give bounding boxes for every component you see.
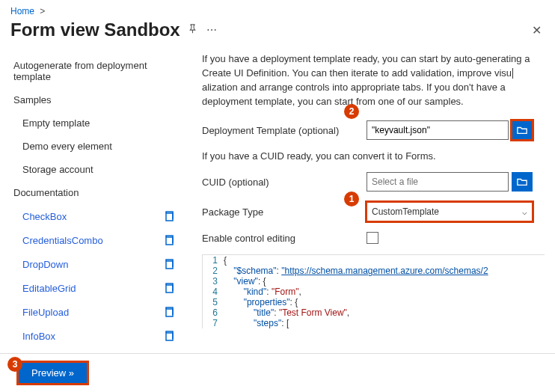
enable-editing-checkbox[interactable]: [367, 232, 378, 244]
svg-rect-1: [166, 237, 173, 245]
enable-editing-label: Enable control editing: [202, 233, 367, 244]
sidebar-doc-checkbox[interactable]: CheckBox: [10, 204, 188, 228]
intro-text: If you have a deployment template ready,…: [202, 52, 545, 108]
deploy-template-browse[interactable]: [512, 120, 533, 140]
sidebar-doc-infobox[interactable]: InfoBox: [10, 324, 188, 348]
sidebar-sample-demo[interactable]: Demo every element: [10, 135, 188, 158]
sidebar: Autogenerate from deployment template Sa…: [0, 48, 188, 353]
svg-rect-0: [166, 213, 173, 221]
package-type-label: Package Type: [202, 206, 367, 218]
chevron-down-icon: ⌵: [522, 207, 527, 217]
sidebar-docs-header: Documentation: [10, 181, 188, 204]
svg-rect-5: [166, 333, 173, 340]
callout-2: 2: [344, 104, 359, 119]
page-title: Form view Sandbox: [10, 19, 180, 40]
svg-rect-2: [166, 261, 173, 269]
cuid-input[interactable]: [367, 172, 509, 192]
sidebar-doc-fileupload[interactable]: FileUpload: [10, 300, 188, 324]
cuid-label: CUID (optional): [202, 177, 367, 188]
callout-1: 1: [344, 192, 359, 206]
deploy-template-input[interactable]: [367, 120, 509, 140]
deploy-template-label: Deployment Template (optional): [202, 125, 367, 136]
header: Form view Sandbox ⋯ ✕: [0, 18, 555, 48]
sidebar-doc-editablegrid[interactable]: EditableGrid: [10, 276, 188, 300]
callout-3: 3: [7, 357, 22, 372]
copy-icon[interactable]: [163, 258, 175, 270]
breadcrumb-home[interactable]: Home: [10, 6, 34, 16]
svg-rect-4: [166, 309, 173, 316]
copy-icon[interactable]: [163, 330, 175, 342]
sidebar-autogen[interactable]: Autogenerate from deployment template: [10, 54, 188, 88]
sidebar-doc-credentials[interactable]: CredentialsCombo: [10, 228, 188, 252]
more-icon[interactable]: ⋯: [206, 24, 218, 36]
sidebar-samples-header: Samples: [10, 88, 188, 111]
cuid-browse[interactable]: [512, 172, 533, 192]
copy-icon[interactable]: [163, 234, 175, 246]
sidebar-sample-storage[interactable]: Storage account: [10, 158, 188, 181]
copy-icon[interactable]: [163, 306, 175, 318]
footer: 3 Preview »: [0, 353, 555, 392]
package-type-select[interactable]: CustomTemplate ⌵: [367, 202, 533, 221]
sidebar-doc-dropdown[interactable]: DropDown: [10, 252, 188, 276]
main: If you have a deployment template ready,…: [188, 48, 555, 353]
copy-icon[interactable]: [163, 282, 175, 294]
cuid-note: If you have a CUID ready, you can conver…: [202, 150, 545, 162]
breadcrumb-sep: >: [40, 6, 45, 16]
preview-button[interactable]: Preview »: [18, 362, 88, 384]
breadcrumb: Home >: [0, 0, 555, 18]
copy-icon[interactable]: [163, 210, 175, 222]
code-editor[interactable]: 1{ 2 "$schema": "https://schema.manageme…: [202, 254, 545, 328]
pin-icon[interactable]: [188, 24, 197, 36]
sidebar-sample-empty[interactable]: Empty template: [10, 111, 188, 135]
svg-rect-3: [166, 285, 173, 293]
close-icon[interactable]: ✕: [529, 20, 545, 40]
